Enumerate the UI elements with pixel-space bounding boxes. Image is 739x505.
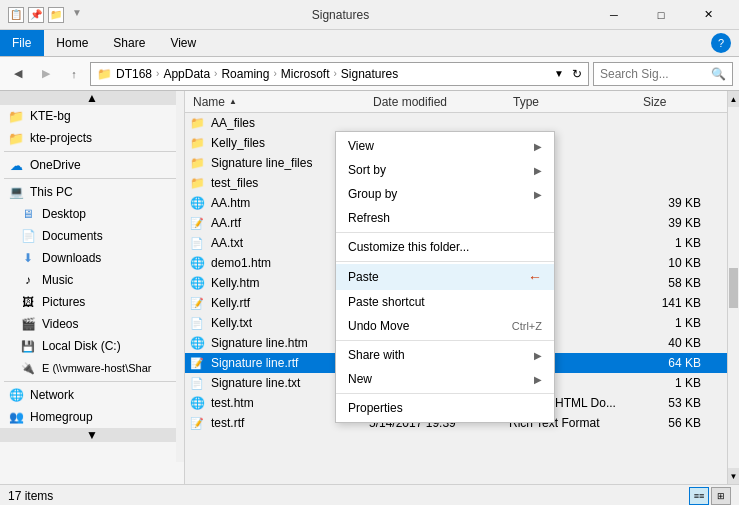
menu-label-sort-by: Sort by <box>348 163 386 177</box>
search-box[interactable]: 🔍 <box>593 62 733 86</box>
scrollbar-right[interactable]: ▲ ▼ <box>727 91 739 484</box>
sidebar-scroll-down[interactable]: ▼ <box>0 428 184 442</box>
menu-label-paste-shortcut: Paste shortcut <box>348 295 425 309</box>
file-name: AA.rtf <box>211 216 241 230</box>
file-name: AA_files <box>211 116 255 130</box>
local-disk-icon: 💾 <box>20 338 36 354</box>
scroll-up-btn[interactable]: ▲ <box>728 91 739 107</box>
sidebar-label-pictures: Pictures <box>42 295 85 309</box>
folder-icon: 📁 <box>189 175 205 191</box>
address-path[interactable]: 📁 DT168 › AppData › Roaming › Microsoft … <box>90 62 589 86</box>
menu-item-paste[interactable]: Paste ← <box>336 264 554 290</box>
search-input[interactable] <box>600 67 707 81</box>
col-size-label: Size <box>643 95 666 109</box>
item-count: 17 items <box>8 489 53 503</box>
main-area: ▲ 📁 KTE-bg 📁 kte-projects ☁ OneDrive 💻 T… <box>0 91 739 484</box>
sidebar-label-local-disk: Local Disk (C:) <box>42 339 121 353</box>
menu-item-customize[interactable]: Customize this folder... <box>336 235 554 259</box>
maximize-button[interactable]: □ <box>638 0 684 30</box>
folder-icon: 📁 <box>8 108 24 124</box>
tab-home[interactable]: Home <box>44 30 101 56</box>
menu-item-share-with[interactable]: Share with ▶ <box>336 343 554 367</box>
music-icon: ♪ <box>20 272 36 288</box>
menu-item-sort-by[interactable]: Sort by ▶ <box>336 158 554 182</box>
sidebar-item-network[interactable]: 🌐 Network <box>0 384 184 406</box>
close-button[interactable]: ✕ <box>685 0 731 30</box>
view-large-icons-btn[interactable]: ⊞ <box>711 487 731 505</box>
sidebar-item-kte-bg[interactable]: 📁 KTE-bg <box>0 105 184 127</box>
homegroup-icon: 👥 <box>8 409 24 425</box>
address-dropdown[interactable]: ▼ <box>554 68 564 79</box>
col-header-size[interactable]: Size <box>639 91 709 112</box>
folder-icon: 📁 <box>8 130 24 146</box>
menu-item-undo-move[interactable]: Undo Move Ctrl+Z <box>336 314 554 338</box>
sidebar-item-kte-projects[interactable]: 📁 kte-projects <box>0 127 184 149</box>
sidebar-item-onedrive[interactable]: ☁ OneDrive <box>0 154 184 176</box>
refresh-button[interactable]: ↻ <box>572 67 582 81</box>
sidebar-item-music[interactable]: ♪ Music <box>0 269 184 291</box>
sidebar-item-videos[interactable]: 🎬 Videos <box>0 313 184 335</box>
sidebar-label-homegroup: Homegroup <box>30 410 93 424</box>
path-part-signatures[interactable]: Signatures <box>341 67 398 81</box>
chrome-html-icon: 🌐 <box>189 395 205 411</box>
file-name: Kelly_files <box>211 136 265 150</box>
col-header-name[interactable]: Name ▲ <box>189 91 369 112</box>
ribbon: File Home Share View ? <box>0 30 739 57</box>
file-size: 1 KB <box>639 376 709 390</box>
file-size: 1 KB <box>639 236 709 250</box>
sidebar-item-downloads[interactable]: ⬇ Downloads <box>0 247 184 269</box>
window-icon-2: 📌 <box>28 7 44 23</box>
table-row[interactable]: 📁AA_files <box>185 113 727 133</box>
file-name: Kelly.htm <box>211 276 259 290</box>
view-details-btn[interactable]: ≡≡ <box>689 487 709 505</box>
sidebar-scroll-up[interactable]: ▲ <box>0 91 184 105</box>
minimize-button[interactable]: ─ <box>591 0 637 30</box>
up-button[interactable]: ↑ <box>62 62 86 86</box>
sidebar-label-music: Music <box>42 273 73 287</box>
file-name: test.rtf <box>211 416 244 430</box>
menu-item-new[interactable]: New ▶ <box>336 367 554 391</box>
address-folder-icon: 📁 <box>97 67 112 81</box>
rtf-icon: 📝 <box>189 415 205 431</box>
back-button[interactable]: ◀ <box>6 62 30 86</box>
path-part-appdata[interactable]: AppData <box>163 67 210 81</box>
file-size: 58 KB <box>639 276 709 290</box>
menu-item-paste-shortcut[interactable]: Paste shortcut <box>336 290 554 314</box>
col-header-date[interactable]: Date modified <box>369 91 509 112</box>
menu-item-group-by[interactable]: Group by ▶ <box>336 182 554 206</box>
sidebar-item-this-pc[interactable]: 💻 This PC <box>0 181 184 203</box>
tab-share[interactable]: Share <box>101 30 158 56</box>
scroll-thumb[interactable] <box>729 268 738 308</box>
title-dropdown: ▼ <box>72 7 82 23</box>
file-name: test.htm <box>211 396 254 410</box>
path-part-microsoft[interactable]: Microsoft <box>281 67 330 81</box>
menu-item-view[interactable]: View ▶ <box>336 134 554 158</box>
this-pc-icon: 💻 <box>8 184 24 200</box>
tab-file[interactable]: File <box>0 30 44 56</box>
txt-icon: 📄 <box>189 375 205 391</box>
forward-button[interactable]: ▶ <box>34 62 58 86</box>
tab-view[interactable]: View <box>158 30 209 56</box>
col-name-label: Name <box>193 95 225 109</box>
sep3: › <box>273 68 276 79</box>
sidebar-item-documents[interactable]: 📄 Documents <box>0 225 184 247</box>
sidebar-item-local-disk[interactable]: 💾 Local Disk (C:) <box>0 335 184 357</box>
sidebar-item-desktop[interactable]: 🖥 Desktop <box>0 203 184 225</box>
path-part-dt168[interactable]: DT168 <box>116 67 152 81</box>
menu-item-refresh[interactable]: Refresh <box>336 206 554 230</box>
menu-label-share-with: Share with <box>348 348 405 362</box>
col-header-type[interactable]: Type <box>509 91 639 112</box>
sidebar-item-pictures[interactable]: 🖼 Pictures <box>0 291 184 313</box>
menu-item-properties[interactable]: Properties <box>336 396 554 420</box>
chrome-html-icon: 🌐 <box>189 255 205 271</box>
search-icon: 🔍 <box>711 67 726 81</box>
file-name: Kelly.txt <box>211 316 252 330</box>
sidebar-item-vmware[interactable]: 🔌 E (\\vmware-host\Shar <box>0 357 184 379</box>
path-part-roaming[interactable]: Roaming <box>221 67 269 81</box>
sidebar-item-homegroup[interactable]: 👥 Homegroup <box>0 406 184 428</box>
help-button[interactable]: ? <box>711 33 731 53</box>
menu-label-refresh: Refresh <box>348 211 390 225</box>
window-icon-3: 📁 <box>48 7 64 23</box>
ribbon-tabs: File Home Share View ? <box>0 30 739 56</box>
scroll-down-btn[interactable]: ▼ <box>728 468 739 484</box>
